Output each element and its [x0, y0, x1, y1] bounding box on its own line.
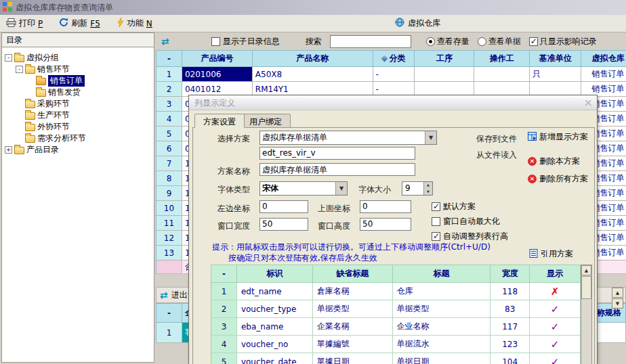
chevron-down-icon[interactable]: ▼ — [425, 131, 436, 144]
hint-line-1: 提示：用鼠标双击显示列可以进行切换。可通过上下移动调整顺序(Ctrl+U/D) — [212, 242, 491, 253]
visibility-toggle[interactable]: ✓ — [530, 318, 581, 336]
filter-bar: ⇄ 显示子目录信息 搜索 查看存量 查看单据 只显示影响记录 — [156, 32, 626, 50]
col-header-index[interactable]: - — [156, 51, 182, 67]
app-window: 虚拟仓库库存物资查询清单 打印P 刷新F5 功能N 虚拟仓库 目录 - 虚拟分组… — [0, 0, 626, 364]
select-scheme-label: 选择方案 — [217, 133, 250, 145]
category-icon — [381, 55, 388, 62]
grid-row[interactable]: 1 edt_name 倉庫名稱 仓库 118 ✗ — [211, 283, 581, 300]
grid-row[interactable]: 2 voucher_type 单据类型 单据类型 83 ✓ — [211, 300, 581, 318]
scheme-name-label: 方案名称 — [217, 166, 250, 177]
show-subdir-checkbox[interactable] — [211, 37, 220, 46]
column-display-dialog: 列显示定义 × 方案设置 用户绑定 选择方案 虚拟库存单据清单 ▼ 保存到文件 … — [188, 95, 598, 364]
scheme-name-input[interactable]: 虚拟库存单据清单 — [259, 163, 415, 176]
show-subdir-label: 显示子目录信息 — [223, 36, 280, 47]
tree-item-outsourcing-stage[interactable]: 外协环节 — [2, 121, 154, 133]
directory-header: 目录 — [1, 32, 154, 47]
col-header-product-code[interactable]: 产品编号 — [182, 51, 253, 67]
function-button[interactable]: 功能N — [114, 16, 154, 30]
detail-col-index[interactable]: - — [156, 304, 182, 323]
refresh-button[interactable]: 刷新F5 — [57, 16, 102, 30]
view-stock-radio[interactable] — [426, 37, 435, 46]
spin-down-icon[interactable]: ▼ — [424, 189, 432, 196]
tree-item-sales-stage[interactable]: - 销售环节 — [2, 64, 154, 75]
lightning-icon — [117, 18, 125, 29]
spin-up-icon[interactable]: ▲ — [424, 182, 432, 189]
folder-icon — [25, 112, 35, 120]
tree-item-production-stage[interactable]: 生产环节 — [2, 110, 154, 121]
delete-all-schemes-button[interactable]: 删除所有方案 — [528, 173, 588, 185]
tree-expander[interactable]: - — [16, 66, 23, 73]
window-width-input[interactable]: 50 — [259, 218, 308, 231]
grid-row[interactable]: 3 eba_name 企業名稱 企业名称 117 ✓ — [211, 318, 581, 336]
transfer-arrows-icon[interactable]: ⇄ — [161, 36, 169, 47]
col-header-base-unit[interactable]: 基准单位 — [530, 51, 581, 67]
only-affected-checkbox[interactable] — [529, 37, 538, 46]
tree-item-product-catalog[interactable]: + 产品目录 — [2, 144, 154, 156]
titlebar: 虚拟仓库库存物资查询清单 — [0, 0, 626, 15]
window-title: 虚拟仓库库存物资查询清单 — [16, 2, 113, 14]
grid-header-row: - 标识 缺省标题 标题 宽度 显示 — [211, 265, 581, 283]
tree-expander[interactable]: - — [5, 54, 12, 62]
delete-scheme-button[interactable]: 删除本方案 — [528, 156, 580, 167]
transfer-arrows-icon[interactable]: ⇄ — [160, 290, 168, 300]
col-header-product-name[interactable]: 产品名称 — [253, 51, 373, 67]
selected-cell[interactable]: 0201006 — [182, 67, 253, 82]
folder-icon — [25, 124, 35, 131]
tab-user-binding[interactable]: 用户绑定 — [241, 114, 291, 128]
table-row[interactable]: 1 0201006 A50X8 - 只 销售订单 — [156, 67, 626, 82]
top-coord-label: 上面坐标 — [318, 203, 350, 214]
font-size-label: 字体大小 — [358, 184, 391, 196]
reference-scheme-button[interactable]: 引用方案 — [529, 248, 573, 260]
resource-name-input[interactable]: edt_res_vir_v — [259, 147, 415, 160]
view-stock-label: 查看存量 — [437, 36, 470, 47]
font-type-dropdown[interactable]: 宋体 ▼ — [259, 181, 348, 196]
scroll-up-icon[interactable]: ▲ — [581, 265, 591, 275]
tab-scheme-settings[interactable]: 方案设置 — [194, 114, 245, 128]
tree-item-virtual-group[interactable]: - 虚拟分组 — [2, 52, 154, 64]
folder-icon — [25, 101, 35, 108]
main-toolbar: 打印P 刷新F5 功能N 虚拟仓库 — [0, 15, 626, 32]
tree-expander[interactable]: + — [5, 146, 12, 154]
default-scheme-checkbox[interactable]: 默认方案 — [432, 201, 476, 212]
close-icon[interactable]: × — [584, 96, 593, 110]
col-header-category[interactable]: 分类 — [373, 51, 415, 67]
save-to-file-button[interactable]: 保存到文件 — [476, 133, 517, 145]
print-button[interactable]: 打印P — [4, 16, 45, 30]
folder-icon — [25, 135, 35, 143]
window-height-input[interactable]: 50 — [360, 218, 411, 231]
col-header-virtual-warehouse[interactable]: 虚拟仓库 — [581, 51, 626, 67]
chevron-down-icon[interactable]: ▼ — [335, 182, 347, 195]
font-size-stepper[interactable]: 9 ▲▼ — [402, 181, 433, 196]
scrollbar-thumb[interactable] — [581, 276, 591, 299]
tree-item-demand-analysis-stage[interactable]: 需求分析环节 — [2, 133, 154, 144]
search-label: 搜索 — [306, 36, 322, 47]
search-input[interactable] — [330, 35, 411, 48]
col-header-process[interactable]: 工序 — [415, 51, 474, 67]
auto-maximize-checkbox[interactable]: 窗口自动最大化 — [432, 216, 500, 227]
scroll-up-icon[interactable]: ▲ — [612, 288, 623, 298]
grid-row[interactable]: 4 voucher_no 單據編號 单据流水 123 ✓ — [211, 336, 581, 353]
visibility-toggle[interactable]: ✓ — [530, 300, 581, 318]
grid-scrollbar[interactable]: ▲ — [581, 265, 592, 364]
add-scheme-button[interactable]: 新增显示方案 — [528, 131, 588, 143]
select-scheme-dropdown[interactable]: 虚拟库存单据清单 ▼ — [259, 131, 437, 145]
tree-item-purchase-stage[interactable]: 采购环节 — [2, 98, 154, 110]
visibility-toggle[interactable]: ✓ — [530, 353, 581, 364]
globe-icon — [395, 18, 404, 29]
folder-icon — [14, 147, 24, 154]
col-header-operator[interactable]: 操作工 — [474, 51, 530, 67]
view-voucher-radio[interactable] — [478, 37, 486, 46]
folder-icon — [25, 66, 35, 74]
tree-item-sales-order[interactable]: 销售订单 — [2, 75, 154, 87]
grid-row[interactable]: 5 voucher_date 單據日期 单据日期 104 ✓ — [211, 353, 581, 364]
only-affected-label: 只显示影响记录 — [540, 36, 597, 47]
visibility-toggle[interactable]: ✓ — [530, 336, 581, 353]
tree-item-sales-shipment[interactable]: 销售发货 — [2, 87, 154, 98]
top-coord-input[interactable]: 0 — [360, 200, 411, 213]
left-coord-input[interactable]: 0 — [259, 200, 308, 213]
read-from-file-button[interactable]: 从文件读入 — [476, 150, 517, 161]
auto-row-height-checkbox[interactable]: 自动调整列表行高 — [432, 231, 508, 242]
scroll-down-icon[interactable]: ▼ — [612, 298, 623, 309]
visibility-toggle[interactable]: ✗ — [530, 283, 581, 300]
folder-icon — [36, 89, 46, 97]
